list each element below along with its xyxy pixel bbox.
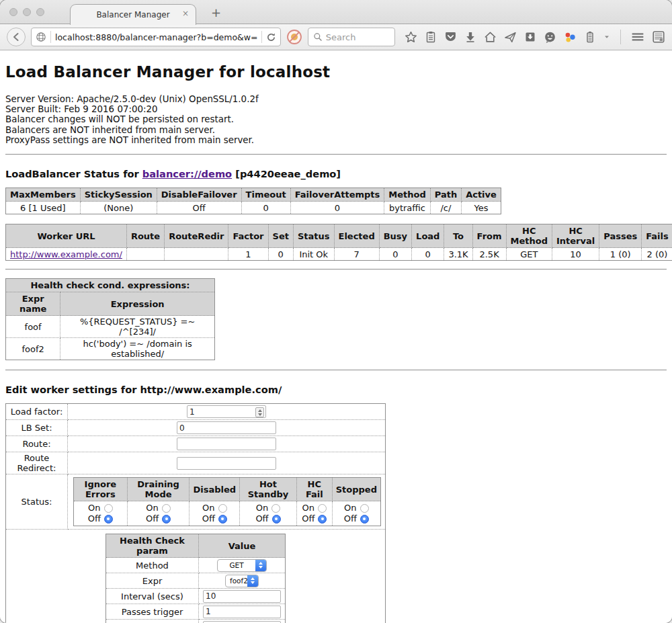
col-expr-name: Expr name bbox=[6, 292, 60, 316]
method-select[interactable]: GET bbox=[217, 559, 267, 572]
balancer-row: 6 [1 Used] (None) Off 0 0 bytraffic /c/ … bbox=[6, 202, 501, 214]
stopped-off-radio[interactable] bbox=[360, 515, 369, 524]
tab-balancer-manager[interactable]: Balancer Manager × bbox=[70, 4, 196, 25]
hot-standby-on-radio[interactable] bbox=[271, 504, 280, 513]
urlbar-divider bbox=[50, 31, 51, 43]
tab-title: Balancer Manager bbox=[96, 10, 169, 19]
select-arrows-icon bbox=[255, 559, 266, 572]
col-active: Active bbox=[462, 188, 501, 202]
reload-icon[interactable] bbox=[266, 32, 276, 42]
load-factor-label: Load factor: bbox=[6, 404, 68, 420]
url-bar[interactable] bbox=[31, 28, 281, 46]
col-failoverattempts: FailoverAttempts bbox=[290, 188, 384, 202]
urlbar-divider bbox=[261, 31, 262, 43]
hc-expr-title: Health check cond. expressions: bbox=[6, 279, 215, 292]
status-cell-disabled: On Off bbox=[190, 501, 240, 526]
route-redirect-input[interactable] bbox=[177, 457, 276, 470]
menu-icon[interactable] bbox=[631, 30, 644, 44]
col-disabled: Disabled bbox=[190, 478, 240, 501]
hc-fail-off-radio[interactable] bbox=[318, 515, 327, 524]
col-stopped: Stopped bbox=[332, 478, 380, 501]
page-thumbnail-icon[interactable] bbox=[652, 30, 665, 44]
balancers-note-line: Balancers are NOT inherited from main se… bbox=[5, 125, 667, 135]
stopped-on-radio[interactable] bbox=[360, 504, 369, 513]
draining-mode-on-radio[interactable] bbox=[162, 504, 171, 513]
battery-status-icon[interactable] bbox=[584, 31, 596, 43]
status-heading-suffix: [p4420eeae_demo] bbox=[232, 168, 341, 179]
hot-standby-off-radio[interactable] bbox=[272, 515, 281, 524]
number-stepper[interactable] bbox=[255, 407, 264, 417]
chevron-down-icon[interactable] bbox=[603, 34, 610, 40]
server-built-line: Server Built: Feb 9 2016 07:00:20 bbox=[5, 104, 667, 114]
edit-worker-form: Load factor: LB Set: Route: Route Redire… bbox=[5, 403, 386, 623]
search-input[interactable] bbox=[326, 32, 386, 42]
proxypass-note-line: ProxyPass settings are NOT inherited fro… bbox=[5, 135, 667, 145]
pocket-icon[interactable] bbox=[444, 31, 457, 44]
col-method: Method bbox=[384, 188, 430, 202]
draining-mode-off-radio[interactable] bbox=[162, 515, 171, 524]
status-cell-ignore-errors: On Off bbox=[74, 501, 128, 526]
content-blocker-icon[interactable] bbox=[286, 29, 302, 45]
col-ignore-errors: Ignore Errors bbox=[74, 478, 128, 501]
col-hc-value: Value bbox=[199, 534, 286, 558]
bookmark-star-icon[interactable] bbox=[405, 31, 417, 44]
balancer-demo-link[interactable]: balancer://demo bbox=[142, 168, 232, 179]
reading-list-icon[interactable] bbox=[425, 31, 437, 43]
passes-trigger-input[interactable] bbox=[203, 606, 281, 618]
save-to-device-icon[interactable] bbox=[524, 31, 536, 43]
col-draining-mode: Draining Mode bbox=[127, 478, 190, 501]
balancer-status-table: MaxMembers StickySession DisableFailover… bbox=[5, 188, 501, 214]
minimize-window-button[interactable] bbox=[23, 8, 31, 16]
ignore-errors-off-radio[interactable] bbox=[104, 515, 113, 524]
expr-select[interactable]: foof2 bbox=[225, 575, 259, 587]
address-input[interactable] bbox=[55, 32, 257, 42]
status-heading-prefix: LoadBalancer Status for bbox=[5, 168, 142, 179]
health-check-params-table: Health Check param Value Method GET bbox=[106, 534, 286, 623]
new-tab-button[interactable]: + bbox=[207, 5, 225, 19]
toolbar-icons bbox=[405, 30, 665, 44]
divider bbox=[5, 370, 667, 370]
passes-trigger-label: Passes trigger bbox=[106, 604, 199, 620]
search-bar[interactable] bbox=[308, 28, 395, 46]
close-window-button[interactable] bbox=[9, 8, 17, 16]
downloads-icon[interactable] bbox=[464, 31, 476, 43]
fails-trigger-input[interactable] bbox=[203, 621, 281, 623]
lb-set-input[interactable] bbox=[177, 421, 276, 434]
status-label: Status: bbox=[6, 474, 68, 530]
window-controls bbox=[9, 8, 44, 16]
send-page-icon[interactable] bbox=[504, 31, 517, 44]
route-input[interactable] bbox=[177, 438, 276, 450]
load-factor-input[interactable] bbox=[187, 405, 266, 418]
back-button[interactable] bbox=[7, 28, 26, 46]
fails-trigger-label: Fails trigger) bbox=[106, 620, 199, 623]
page-title: Load Balancer Manager for localhost bbox=[5, 63, 667, 81]
interval-input[interactable] bbox=[203, 590, 281, 603]
status-cell-hot-standby: On Off bbox=[240, 501, 297, 526]
chat-smiley-icon[interactable] bbox=[544, 31, 556, 44]
server-version-line: Server Version: Apache/2.5.0-dev (Unix) … bbox=[5, 94, 667, 104]
select-arrows-icon bbox=[247, 575, 258, 587]
tab-close-icon[interactable]: × bbox=[182, 9, 189, 17]
search-icon bbox=[313, 32, 323, 42]
divider bbox=[5, 269, 667, 269]
zoom-window-button[interactable] bbox=[36, 8, 44, 16]
divider bbox=[5, 154, 667, 155]
disabled-off-radio[interactable] bbox=[218, 515, 227, 524]
tab-bar: Balancer Manager × + bbox=[0, 0, 672, 24]
col-hc-param: Health Check param bbox=[106, 534, 199, 558]
navigation-toolbar bbox=[0, 24, 672, 50]
hc-fail-on-radio[interactable] bbox=[318, 504, 327, 513]
lb-set-label: LB Set: bbox=[6, 420, 68, 436]
status-cell-stopped: On Off bbox=[332, 501, 380, 526]
col-hot-standby: Hot Standby bbox=[240, 478, 297, 501]
worker-url-link[interactable]: http://www.example.com/ bbox=[10, 249, 122, 259]
extension-colordots-icon[interactable] bbox=[564, 31, 577, 44]
expr-row: foof %{REQUEST_STATUS} =~ /^[234]/ bbox=[6, 316, 215, 338]
col-timeout: Timeout bbox=[241, 188, 290, 202]
expr-row: foof2 hc('body') =~ /domain is establish… bbox=[6, 338, 215, 360]
method-label: Method bbox=[106, 558, 199, 573]
ignore-errors-on-radio[interactable] bbox=[104, 504, 113, 513]
home-icon[interactable] bbox=[484, 31, 497, 44]
disabled-on-radio[interactable] bbox=[218, 504, 227, 513]
col-hc-fail: HC Fail bbox=[296, 478, 332, 501]
